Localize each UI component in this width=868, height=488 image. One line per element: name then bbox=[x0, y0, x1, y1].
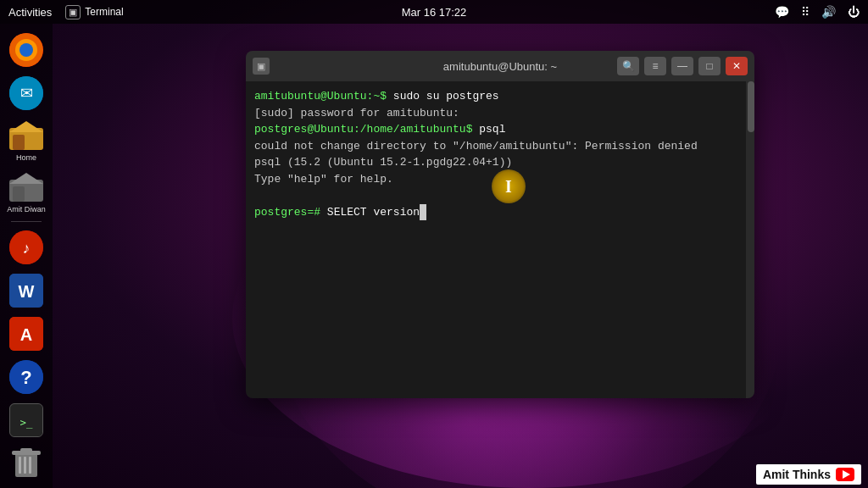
power-icon: ⏻ bbox=[848, 5, 860, 19]
watermark-text: Amit Thinks bbox=[763, 468, 831, 481]
term-line-5: psql (15.2 (Ubuntu 15.2-1.pgdg22.04+1)) bbox=[254, 154, 746, 171]
term-cmd-3: SELECT version bbox=[327, 206, 426, 219]
terminal-titlebar: ▣ amitubuntu@Ubuntu: ~ 🔍 ≡ — □ ✕ bbox=[246, 51, 754, 81]
svg-text:>_: >_ bbox=[20, 417, 33, 429]
volume-icon: 🔊 bbox=[821, 5, 836, 19]
home-folder-icon bbox=[9, 118, 43, 152]
help-icon: ? bbox=[9, 360, 43, 394]
terminal-dock-icon: >_ bbox=[9, 403, 43, 437]
terminal-taskbar-item[interactable]: ▣ Terminal bbox=[65, 5, 123, 19]
dock-item-amit-diwan[interactable]: Amit Diwan bbox=[6, 168, 47, 214]
desktop: Activities ▣ Terminal Mar 16 17:22 💬 ⠿ 🔊… bbox=[0, 0, 868, 488]
terminal-maximize-button[interactable]: □ bbox=[698, 57, 721, 75]
watermark: Amit Thinks bbox=[756, 464, 861, 485]
terminal-window-controls: 🔍 ≡ — □ ✕ bbox=[617, 57, 748, 75]
term-line-1: amitubuntu@Ubuntu:~$ sudo su postgres bbox=[254, 88, 746, 105]
terminal-window-icon: ▣ bbox=[65, 5, 81, 19]
topbar: Activities ▣ Terminal Mar 16 17:22 💬 ⠿ 🔊… bbox=[0, 0, 868, 24]
youtube-icon bbox=[836, 468, 854, 481]
svg-rect-22 bbox=[29, 457, 31, 474]
firefox-icon bbox=[9, 33, 43, 67]
svg-text:A: A bbox=[20, 325, 32, 344]
terminal-body[interactable]: amitubuntu@Ubuntu:~$ sudo su postgres [s… bbox=[246, 81, 754, 398]
term-line-8: postgres=# SELECT version bbox=[254, 204, 746, 221]
terminal-search-button[interactable]: 🔍 bbox=[617, 57, 639, 75]
term-prompt-2: postgres@Ubuntu:/home/amitubuntu$ bbox=[254, 123, 479, 136]
cursor-ibeam-indicator: I bbox=[492, 169, 526, 203]
dock-item-terminal[interactable]: >_ bbox=[6, 402, 47, 440]
rhythmbox-icon: ♪ bbox=[9, 230, 43, 264]
dock-item-trash[interactable] bbox=[6, 445, 47, 483]
terminal-close-button[interactable]: ✕ bbox=[726, 57, 748, 75]
terminal-taskbar-label: Terminal bbox=[85, 6, 123, 18]
chat-icon: 💬 bbox=[775, 5, 789, 19]
amit-diwan-folder-icon bbox=[9, 169, 43, 203]
terminal-scrollbar[interactable] bbox=[746, 81, 754, 398]
dock-item-help[interactable]: ? bbox=[6, 358, 47, 396]
svg-text:✉: ✉ bbox=[20, 85, 33, 102]
appstore-icon: A bbox=[9, 317, 43, 351]
svg-point-2 bbox=[19, 43, 33, 57]
terminal-title-icon: ▣ bbox=[253, 58, 270, 75]
network-icon: ⠿ bbox=[801, 5, 810, 19]
term-line-2: [sudo] password for amitubuntu: bbox=[254, 105, 746, 122]
dock-item-appstore[interactable]: A bbox=[6, 315, 47, 353]
terminal-minimize-button[interactable]: — bbox=[671, 57, 693, 75]
svg-rect-24 bbox=[20, 448, 32, 452]
trash-icon bbox=[9, 446, 43, 480]
svg-rect-21 bbox=[24, 457, 26, 474]
term-prompt-3: postgres=# bbox=[254, 206, 327, 219]
dock-item-firefox[interactable] bbox=[6, 30, 47, 69]
svg-rect-8 bbox=[13, 186, 25, 202]
term-line-4: could not change directory to "/home/ami… bbox=[254, 138, 746, 155]
term-prompt-1: amitubuntu@Ubuntu:~$ bbox=[254, 90, 393, 103]
term-cmd-2: psql bbox=[479, 123, 505, 136]
thunderbird-icon: ✉ bbox=[9, 76, 43, 110]
svg-text:W: W bbox=[19, 282, 35, 301]
terminal-menu-button[interactable]: ≡ bbox=[644, 57, 666, 75]
svg-text:?: ? bbox=[20, 367, 31, 388]
terminal-title-text: amitubuntu@Ubuntu: ~ bbox=[443, 60, 557, 73]
dock: ✉ Home Ami bbox=[0, 24, 53, 488]
term-line-3: postgres@Ubuntu:/home/amitubuntu$ psql bbox=[254, 121, 746, 138]
dock-separator-1 bbox=[11, 221, 42, 222]
activities-button[interactable]: Activities bbox=[8, 6, 52, 19]
topbar-clock: Mar 16 17:22 bbox=[402, 6, 467, 19]
terminal-scrollbar-thumb bbox=[748, 81, 754, 132]
dock-item-libreoffice[interactable]: W bbox=[6, 272, 47, 310]
svg-rect-6 bbox=[13, 135, 25, 150]
home-folder-label: Home bbox=[16, 153, 36, 162]
svg-text:♪: ♪ bbox=[23, 240, 31, 257]
term-cmd-1: sudo su postgres bbox=[393, 90, 499, 103]
topbar-systray: 💬 ⠿ 🔊 ⏻ bbox=[775, 5, 860, 19]
dock-item-rhythmbox[interactable]: ♪ bbox=[6, 229, 47, 267]
libreoffice-icon: W bbox=[9, 274, 43, 308]
svg-rect-20 bbox=[19, 457, 21, 474]
amit-diwan-folder-label: Amit Diwan bbox=[7, 205, 46, 214]
dock-item-home[interactable]: Home bbox=[6, 117, 47, 163]
terminal-window: ▣ amitubuntu@Ubuntu: ~ 🔍 ≡ — □ ✕ amitubu… bbox=[246, 51, 754, 398]
dock-item-thunderbird[interactable]: ✉ bbox=[6, 74, 47, 112]
